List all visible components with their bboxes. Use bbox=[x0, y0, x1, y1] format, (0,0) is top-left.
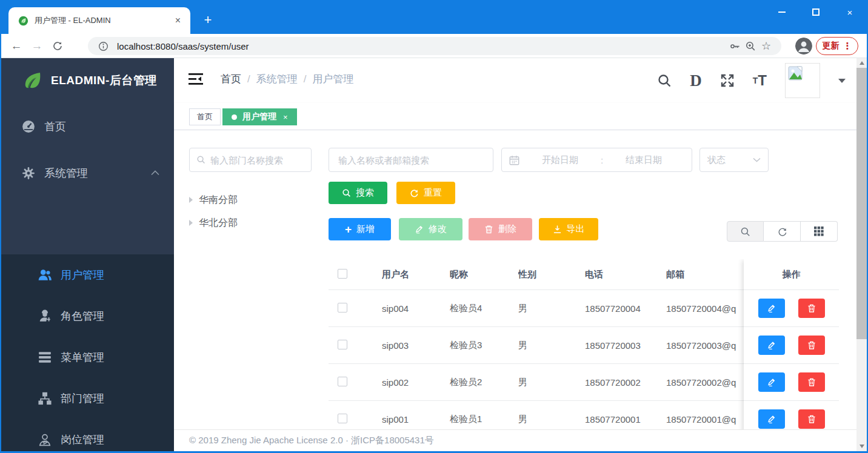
dept-search-input[interactable] bbox=[189, 148, 312, 172]
delete-button[interactable]: 删除 bbox=[469, 218, 532, 240]
row-edit-button[interactable] bbox=[758, 372, 785, 392]
footer-text: © 2019 Zheng Jie Apache License 2.0 · 浙I… bbox=[189, 435, 434, 446]
tag-close-icon[interactable]: × bbox=[283, 113, 288, 122]
avatar[interactable] bbox=[785, 63, 820, 98]
row-delete-button[interactable] bbox=[798, 409, 825, 429]
select-all-checkbox[interactable] bbox=[338, 269, 347, 279]
cell-username: sip004 bbox=[382, 303, 450, 314]
date-range-picker[interactable]: 开始日期 : 结束日期 bbox=[501, 148, 692, 172]
sidebar-collapse-icon[interactable] bbox=[189, 73, 203, 87]
url-text[interactable]: localhost:8080/saas/system/user bbox=[117, 41, 727, 51]
cell-phone: 18507720004 bbox=[585, 303, 666, 314]
tree-node-north[interactable]: 华北分部 bbox=[189, 213, 238, 233]
tag-user-mgmt[interactable]: 用户管理 × bbox=[222, 108, 297, 125]
fullscreen-icon[interactable] bbox=[720, 73, 735, 88]
tree-node-label[interactable]: 华北分部 bbox=[199, 217, 238, 230]
chrome-menu-icon[interactable]: ⋮ bbox=[843, 43, 852, 49]
reset-button[interactable]: 重置 bbox=[396, 182, 455, 204]
maximize-button[interactable] bbox=[799, 0, 833, 24]
users-icon bbox=[38, 268, 52, 282]
browser-toolbar: ← → localhost:8080/saas/system/user ☆ 更新… bbox=[1, 34, 867, 58]
app-logo[interactable]: ELADMIN-后台管理 bbox=[1, 58, 174, 103]
row-checkbox[interactable] bbox=[338, 340, 347, 349]
row-checkbox[interactable] bbox=[338, 303, 347, 312]
toggle-search-button[interactable] bbox=[727, 221, 764, 242]
sidebar-item-post-mgmt[interactable]: 岗位管理 bbox=[1, 419, 174, 453]
font-size-icon[interactable]: TT bbox=[753, 72, 767, 89]
tree-caret-icon[interactable] bbox=[189, 197, 193, 203]
row-delete-button[interactable] bbox=[798, 336, 825, 355]
scroll-down-arrow[interactable] bbox=[856, 441, 867, 451]
add-button-label: 新增 bbox=[356, 223, 375, 235]
docs-icon[interactable]: D bbox=[690, 71, 702, 90]
add-button[interactable]: + 新增 bbox=[329, 218, 391, 240]
search-icon[interactable] bbox=[657, 73, 672, 88]
column-settings-button[interactable] bbox=[801, 221, 838, 242]
reload-icon[interactable] bbox=[47, 36, 68, 56]
cell-gender: 男 bbox=[518, 303, 585, 314]
row-edit-button[interactable] bbox=[758, 299, 785, 318]
search-icon bbox=[342, 188, 351, 197]
sidebar-item-home[interactable]: 首页 bbox=[1, 103, 174, 150]
password-key-icon[interactable] bbox=[727, 38, 743, 54]
sidebar-item-system[interactable]: 系统管理 bbox=[1, 150, 174, 196]
breadcrumb: 首页 / 系统管理 / 用户管理 bbox=[221, 72, 353, 86]
edit-button[interactable]: 修改 bbox=[399, 218, 462, 240]
reset-button-label: 重置 bbox=[424, 187, 442, 199]
search-button[interactable]: 搜索 bbox=[329, 182, 387, 204]
row-checkbox[interactable] bbox=[338, 414, 347, 423]
back-icon[interactable]: ← bbox=[6, 36, 27, 56]
zoom-icon[interactable] bbox=[743, 38, 758, 54]
chrome-update-button[interactable]: 更新 ⋮ bbox=[816, 37, 858, 55]
vertical-scrollbar[interactable] bbox=[856, 58, 867, 451]
refresh-table-button[interactable] bbox=[764, 221, 801, 242]
minimize-button[interactable] bbox=[765, 0, 799, 24]
sidebar-item-dept-mgmt[interactable]: 部门管理 bbox=[1, 378, 174, 419]
favicon-leaf-icon bbox=[18, 16, 28, 26]
sidebar-item-role-mgmt[interactable]: 角色管理 bbox=[1, 296, 174, 337]
bookmark-star-icon[interactable]: ☆ bbox=[758, 38, 774, 54]
date-start-placeholder[interactable]: 开始日期 bbox=[519, 154, 601, 166]
sidebar: ELADMIN-后台管理 首页 系统管理 用户管理 bbox=[1, 58, 174, 451]
dashboard-icon bbox=[21, 120, 36, 133]
sidebar-item-menu-mgmt[interactable]: 菜单管理 bbox=[1, 337, 174, 378]
tags-bar: 首页 用户管理 × bbox=[174, 103, 856, 130]
chrome-avatar-icon[interactable] bbox=[795, 38, 812, 55]
scrollbar-thumb[interactable] bbox=[856, 68, 867, 339]
plus-icon: + bbox=[345, 225, 352, 234]
export-button[interactable]: 导出 bbox=[539, 218, 598, 240]
pencil-icon bbox=[415, 225, 424, 234]
pencil-icon bbox=[767, 340, 776, 350]
breadcrumb-home[interactable]: 首页 bbox=[221, 72, 241, 86]
col-username: 用户名 bbox=[382, 269, 450, 280]
name-email-search-input[interactable] bbox=[329, 148, 493, 172]
tag-home[interactable]: 首页 bbox=[189, 108, 221, 125]
url-bar[interactable]: localhost:8080/saas/system/user ☆ bbox=[88, 37, 781, 55]
row-edit-button[interactable] bbox=[758, 336, 785, 355]
trash-icon bbox=[807, 303, 816, 313]
row-delete-button[interactable] bbox=[798, 299, 825, 318]
status-select[interactable]: 状态 bbox=[699, 148, 769, 172]
window-controls: × bbox=[765, 0, 867, 24]
sidebar-submenu: 用户管理 角色管理 菜单管理 部门管理 bbox=[1, 254, 174, 451]
row-checkbox[interactable] bbox=[338, 377, 347, 386]
row-delete-button[interactable] bbox=[798, 372, 825, 392]
broken-image-icon bbox=[788, 66, 804, 82]
close-button[interactable]: × bbox=[833, 0, 867, 24]
date-end-placeholder[interactable]: 结束日期 bbox=[603, 154, 684, 166]
operation-column: 操作 bbox=[744, 259, 839, 451]
forward-icon[interactable]: → bbox=[27, 36, 47, 56]
site-info-icon[interactable] bbox=[95, 38, 111, 54]
sidebar-item-user-mgmt[interactable]: 用户管理 bbox=[1, 254, 174, 296]
browser-tab[interactable]: 用户管理 - EL-ADMIN × bbox=[8, 7, 190, 34]
tree-caret-icon[interactable] bbox=[189, 220, 193, 226]
row-edit-button[interactable] bbox=[758, 409, 785, 429]
new-tab-button[interactable]: + bbox=[199, 11, 217, 29]
chevron-down-icon[interactable] bbox=[838, 79, 846, 83]
col-nickname: 昵称 bbox=[450, 269, 518, 280]
tree-node-south[interactable]: 华南分部 bbox=[189, 190, 238, 210]
scroll-up-arrow[interactable] bbox=[856, 58, 867, 68]
tab-close-icon[interactable]: × bbox=[172, 15, 184, 26]
tree-node-label[interactable]: 华南分部 bbox=[199, 194, 238, 207]
cell-gender: 男 bbox=[518, 414, 585, 425]
